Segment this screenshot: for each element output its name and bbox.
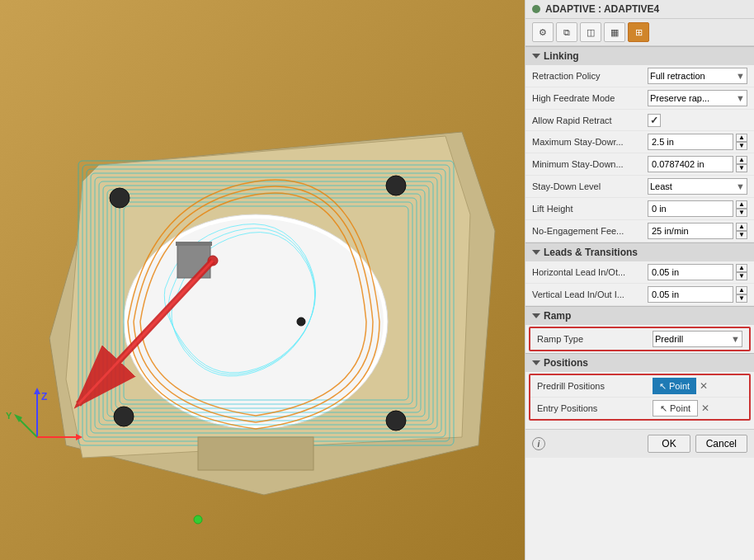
section-positions-label: Positions — [544, 357, 588, 369]
svg-point-37 — [194, 515, 202, 524]
allow-rapid-control: ✓ — [648, 114, 747, 127]
vert-lead-spinner: ▲ ▼ — [736, 286, 747, 303]
info-button[interactable]: i — [532, 437, 545, 450]
stay-level-label: Stay-Down Level — [532, 181, 648, 191]
form-row-retraction-policy: Retraction Policy Full retraction ▼ — [525, 65, 754, 87]
svg-text:Y: Y — [6, 411, 12, 421]
retraction-policy-select[interactable]: Full retraction ▼ — [648, 68, 747, 84]
section-header-linking[interactable]: Linking — [525, 46, 754, 65]
section-header-positions[interactable]: Positions — [525, 353, 754, 372]
high-feedrate-control: Preserve rap... ▼ — [648, 90, 747, 106]
retraction-policy-label: Retraction Policy — [532, 71, 648, 81]
form-row-allow-rapid: Allow Rapid Retract ✓ — [525, 110, 754, 131]
toolbar: ⚙ ⧉ ◫ ▦ ⊞ — [525, 19, 754, 46]
entry-positions-control: ↖ Point ✕ — [653, 400, 742, 416]
right-panel: ADAPTIVE : ADAPTIVE4 ⚙ ⧉ ◫ ▦ ⊞ Linking R… — [525, 0, 754, 560]
allow-rapid-checkbox[interactable]: ✓ — [648, 114, 661, 127]
min-stay-dn[interactable]: ▼ — [736, 164, 747, 172]
predrill-control: ↖ Point ✕ — [653, 378, 742, 394]
triangle-icon — [532, 54, 540, 59]
min-stay-spinner: ▲ ▼ — [736, 156, 747, 172]
no-engage-up[interactable]: ▲ — [736, 223, 747, 231]
form-row-predrill: Predrill Positions ↖ Point ✕ — [530, 375, 749, 398]
lift-height-dn[interactable]: ▼ — [736, 209, 747, 217]
form-row-no-engage: No-Engagement Fee... 25 in/min ▲ ▼ — [525, 220, 754, 242]
max-stay-down[interactable]: ▼ — [736, 142, 747, 150]
high-feedrate-label: High Feedrate Mode — [532, 93, 648, 103]
section-leads-label: Leads & Transitions — [544, 247, 638, 258]
no-engage-spinner: ▲ ▼ — [736, 223, 747, 239]
vert-lead-dn[interactable]: ▼ — [736, 294, 747, 303]
no-engage-control: 25 in/min ▲ ▼ — [648, 223, 747, 239]
predrill-btn-label: Point — [669, 381, 690, 391]
no-engage-label: No-Engagement Fee... — [532, 226, 648, 236]
lift-height-spinner: ▲ ▼ — [736, 200, 747, 217]
min-stay-control: 0.0787402 in ▲ ▼ — [648, 156, 747, 172]
high-feedrate-select[interactable]: Preserve rap... ▼ — [648, 90, 747, 106]
stay-level-control: Least ▼ — [648, 178, 747, 195]
predrill-point-button[interactable]: ↖ Point — [653, 378, 696, 394]
max-stay-label: Maximum Stay-Dowr... — [532, 137, 648, 147]
max-stay-up[interactable]: ▲ — [736, 134, 747, 142]
min-stay-label: Minimum Stay-Down... — [532, 159, 648, 169]
toolbar-btn-4[interactable]: ▦ — [604, 22, 625, 42]
svg-point-18 — [386, 176, 406, 195]
form-row-entry-positions: Entry Positions ↖ Point ✕ — [530, 398, 749, 419]
section-ramp-label: Ramp — [544, 310, 571, 322]
horiz-lead-up[interactable]: ▲ — [736, 264, 747, 272]
lift-height-up[interactable]: ▲ — [736, 200, 747, 209]
svg-point-21 — [297, 318, 305, 326]
vert-lead-control: 0.05 in ▲ ▼ — [648, 286, 747, 303]
toolbar-btn-3[interactable]: ◫ — [580, 22, 601, 42]
toolbar-btn-1[interactable]: ⚙ — [532, 22, 554, 42]
entry-btn-label: Point — [670, 403, 690, 413]
title-bar: ADAPTIVE : ADAPTIVE4 — [525, 0, 754, 19]
leads-triangle-icon — [532, 250, 540, 255]
form-row-ramp-type: Ramp Type Predrill ▼ — [530, 328, 749, 350]
section-header-leads[interactable]: Leads & Transitions — [525, 242, 754, 261]
positions-highlight-box: Predrill Positions ↖ Point ✕ Entry Posit… — [529, 374, 751, 421]
no-engage-input[interactable]: 25 in/min — [648, 223, 733, 239]
ramp-type-label: Ramp Type — [537, 334, 653, 344]
horiz-lead-control: 0.05 in ▲ ▼ — [648, 264, 747, 280]
vert-lead-input[interactable]: 0.05 in — [648, 286, 733, 303]
stay-level-select[interactable]: Least ▼ — [648, 178, 747, 195]
retraction-policy-control: Full retraction ▼ — [648, 68, 747, 84]
checkmark-icon: ✓ — [650, 115, 658, 126]
entry-point-button[interactable]: ↖ Point — [653, 400, 698, 416]
vert-lead-label: Vertical Lead In/Out I... — [532, 289, 648, 299]
toolbar-btn-5[interactable]: ⊞ — [628, 22, 649, 42]
toolbar-btn-2[interactable]: ⧉ — [556, 22, 577, 42]
allow-rapid-label: Allow Rapid Retract — [532, 115, 648, 125]
lift-height-control: 0 in ▲ ▼ — [648, 200, 747, 217]
ramp-triangle-icon — [532, 313, 540, 318]
horiz-lead-dn[interactable]: ▼ — [736, 272, 747, 280]
positions-triangle-icon — [532, 360, 540, 365]
entry-close-icon[interactable]: ✕ — [700, 402, 711, 414]
3d-scene: Z Y — [0, 0, 525, 560]
section-header-ramp[interactable]: Ramp — [525, 306, 754, 325]
horiz-lead-spinner: ▲ ▼ — [736, 264, 747, 280]
entry-positions-label: Entry Positions — [537, 403, 653, 413]
svg-point-19 — [114, 407, 134, 426]
max-stay-spinner: ▲ ▼ — [736, 134, 747, 150]
lift-height-input[interactable]: 0 in — [648, 200, 733, 217]
min-stay-input[interactable]: 0.0787402 in — [648, 156, 733, 172]
horiz-lead-label: Horizontal Lead In/Ot... — [532, 267, 648, 277]
no-engage-dn[interactable]: ▼ — [736, 231, 747, 239]
svg-point-20 — [386, 411, 406, 431]
cancel-button[interactable]: Cancel — [695, 435, 747, 453]
ok-button[interactable]: OK — [648, 435, 690, 453]
vert-lead-up[interactable]: ▲ — [736, 286, 747, 294]
form-row-min-stay: Minimum Stay-Down... 0.0787402 in ▲ ▼ — [525, 153, 754, 176]
predrill-close-icon[interactable]: ✕ — [698, 380, 709, 392]
min-stay-up[interactable]: ▲ — [736, 156, 747, 164]
form-row-vert-lead: Vertical Lead In/Out I... 0.05 in ▲ ▼ — [525, 284, 754, 306]
lift-height-label: Lift Height — [532, 204, 648, 214]
form-row-stay-level: Stay-Down Level Least ▼ — [525, 176, 754, 198]
predrill-label: Predrill Positions — [537, 381, 653, 391]
form-row-lift-height: Lift Height 0 in ▲ ▼ — [525, 198, 754, 220]
max-stay-input[interactable]: 2.5 in — [648, 134, 733, 150]
ramp-type-select[interactable]: Predrill ▼ — [653, 331, 742, 347]
horiz-lead-input[interactable]: 0.05 in — [648, 264, 733, 280]
